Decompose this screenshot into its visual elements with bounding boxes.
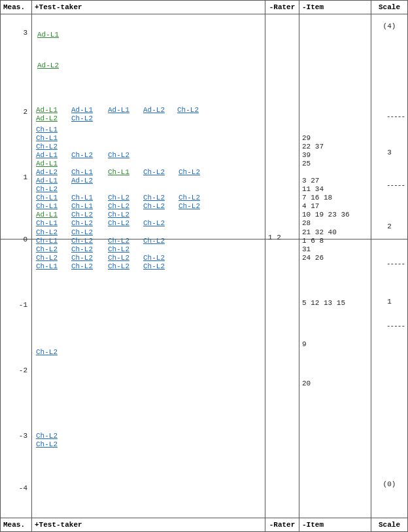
tt-ChL2-r7: Ch-L2 bbox=[71, 245, 93, 253]
header-rater: -Rater bbox=[265, 1, 299, 14]
item-31: 31 bbox=[302, 245, 311, 253]
chart-area: 3 2 1 0 -1 -2 -3 -4 Ad-L1 Ad-L2 Ad-L1 Ad… bbox=[1, 14, 407, 518]
item-1-6-8: 1 6 8 bbox=[302, 237, 324, 245]
tt-ChL1-eq: Ch-L1 bbox=[36, 219, 58, 227]
tt-ChL2-r6: Ch-L2 bbox=[36, 245, 58, 253]
tt-AdL1-r1c: Ad-L1 bbox=[108, 106, 129, 114]
tt-ChL2-r11: Ch-L2 bbox=[108, 254, 129, 262]
item-4-17: 4 17 bbox=[302, 202, 319, 210]
tt-ChL2-neg2: Ch-L2 bbox=[36, 348, 58, 356]
tt-ChL2-eq3: Ch-L2 bbox=[143, 219, 165, 227]
tt-ChL2-r5: Ch-L2 bbox=[143, 237, 165, 245]
tt-ChL1-m0b: Ch-L1 bbox=[71, 194, 93, 202]
tt-ChL2-r2: Ch-L2 bbox=[71, 228, 93, 236]
tt-ChL1-m0d: Ch-L1 bbox=[36, 202, 58, 210]
tt-ChL1-1: Ch-L1 bbox=[36, 126, 58, 133]
item-21-32-40: 21 32 40 bbox=[302, 228, 337, 236]
item-3-27: 3 27 bbox=[302, 177, 319, 185]
tt-ChL1-r13: Ch-L1 bbox=[36, 262, 58, 270]
scale-dash-2: ----- bbox=[386, 181, 405, 189]
tt-AdL2-r1a: Ad-L2 bbox=[36, 115, 58, 122]
footer-scale: Scale bbox=[371, 518, 407, 531]
meas-neg4: -4 bbox=[19, 484, 27, 492]
testtaker-column: Ad-L1 Ad-L2 Ad-L1 Ad-L2 Ad-L1 Ch-L2 Ad-L… bbox=[32, 14, 265, 518]
tt-ChL2-r9: Ch-L2 bbox=[36, 254, 58, 262]
tt-ChL2-3: Ch-L2 bbox=[108, 151, 129, 159]
scale-dash-3: ----- bbox=[386, 260, 405, 268]
tt-AdL1-m1: Ad-L1 bbox=[36, 160, 58, 168]
header-row: Meas. +Test-taker -Rater -Item Scale bbox=[1, 1, 407, 14]
footer-row: Meas. +Test-taker -Rater -Item Scale bbox=[1, 518, 407, 531]
meas-neg2: -2 bbox=[19, 366, 27, 374]
item-25: 25 bbox=[302, 160, 311, 168]
footer-item: -Item bbox=[299, 518, 371, 531]
meas-1: 1 bbox=[23, 173, 27, 181]
tt-ChL2-r1: Ch-L2 bbox=[36, 228, 58, 236]
tt-AdL1-r1a: Ad-L1 bbox=[36, 106, 58, 114]
tt-AdL1-m1c: Ad-L1 bbox=[36, 177, 58, 185]
tt-ChL2-m0c: Ch-L2 bbox=[178, 194, 200, 202]
tt-ChL2-neg3b: Ch-L2 bbox=[36, 440, 58, 448]
tt-ChL2-m1c: Ch-L2 bbox=[178, 168, 200, 176]
scale-column: (4) ----- 3 ----- 2 ----- 1 ----- (0) bbox=[371, 14, 407, 518]
tt-AdL2-m1c: Ad-L2 bbox=[71, 177, 93, 185]
tt-ChL2-r1c: Ch-L2 bbox=[177, 106, 199, 114]
tt-AdL1-m0: Ad-L1 bbox=[36, 211, 58, 219]
meas-0: 0 bbox=[23, 236, 27, 243]
scale-label-4: (4) bbox=[371, 22, 407, 30]
tt-AdL1-2: Ad-L1 bbox=[36, 151, 58, 159]
rater-column: 1 2 bbox=[265, 14, 299, 518]
item-22-37: 22 37 bbox=[302, 143, 324, 151]
scale-label-1: 1 bbox=[371, 298, 407, 306]
tt-ChL2-r14: Ch-L2 bbox=[108, 262, 129, 270]
scale-dash-1: ----- bbox=[386, 113, 405, 120]
meas-neg1: -1 bbox=[19, 301, 27, 309]
scale-label-2: 2 bbox=[371, 222, 407, 230]
footer-testtaker: +Test-taker bbox=[32, 518, 265, 531]
tt-ChL2-neg3a: Ch-L2 bbox=[36, 432, 58, 440]
tt-ChL1-r3: Ch-L1 bbox=[36, 237, 58, 245]
tt-ChL2-eq2: Ch-L2 bbox=[108, 219, 129, 227]
tt-ChL2-m0b: Ch-L2 bbox=[143, 194, 165, 202]
item-29: 29 bbox=[302, 134, 311, 142]
tt-AdL1-top: Ad-L1 bbox=[37, 31, 59, 39]
tt-ChL1-2: Ch-L1 bbox=[36, 134, 58, 142]
tt-AdL2-1: Ad-L2 bbox=[37, 62, 59, 69]
scale-label-3: 3 bbox=[371, 149, 407, 156]
item-column: 29 22 37 39 25 3 27 11 34 7 16 18 4 17 1… bbox=[299, 14, 371, 518]
tt-ChL2-r3: Ch-L2 bbox=[71, 237, 93, 245]
item-39: 39 bbox=[302, 151, 311, 159]
tt-ChL2-m0g: Ch-L2 bbox=[71, 211, 93, 219]
footer-rater: -Rater bbox=[265, 518, 299, 531]
tt-ChL2-r12: Ch-L2 bbox=[143, 254, 165, 262]
tt-ChL2-r13: Ch-L2 bbox=[71, 262, 93, 270]
tt-ChL2-eq1: Ch-L2 bbox=[71, 219, 93, 227]
tt-ChL2-m0f: Ch-L2 bbox=[178, 202, 200, 210]
tt-ChL2-r4: Ch-L2 bbox=[108, 237, 129, 245]
tt-ChL2-m0h: Ch-L2 bbox=[108, 211, 129, 219]
header-testtaker: +Test-taker bbox=[32, 1, 265, 14]
tt-ChL2-r10: Ch-L2 bbox=[71, 254, 93, 262]
tt-ChL2-r8: Ch-L2 bbox=[108, 245, 129, 253]
tt-ChL2-m0e: Ch-L2 bbox=[143, 202, 165, 210]
tt-ChL1-m1b: Ch-L1 bbox=[108, 168, 129, 176]
header-meas: Meas. bbox=[1, 1, 32, 14]
meas-column: 3 2 1 0 -1 -2 -3 -4 bbox=[1, 14, 32, 518]
meas-3: 3 bbox=[23, 29, 27, 37]
tt-ChL2-r15: Ch-L2 bbox=[143, 262, 165, 270]
main-container: Meas. +Test-taker -Rater -Item Scale 3 2… bbox=[0, 0, 408, 532]
tt-AdL1-r1b: Ad-L1 bbox=[71, 106, 93, 114]
item-24-26: 24 26 bbox=[302, 254, 324, 262]
scale-label-0: (0) bbox=[371, 480, 407, 488]
tt-ChL2-m0d: Ch-L2 bbox=[108, 202, 129, 210]
header-item: -Item bbox=[299, 1, 371, 14]
item-9: 9 bbox=[302, 340, 307, 348]
header-scale: Scale bbox=[371, 1, 407, 14]
item-20: 20 bbox=[302, 380, 311, 387]
tt-AdL2-m1: Ad-L2 bbox=[36, 168, 58, 176]
scale-dash-4: ----- bbox=[386, 322, 405, 330]
tt-ChL2-m1b: Ch-L2 bbox=[143, 168, 165, 176]
item-5-12-13-15: 5 12 13 15 bbox=[302, 299, 345, 307]
meas-2: 2 bbox=[23, 108, 27, 116]
item-10-19-23-36: 10 19 23 36 bbox=[302, 211, 350, 219]
